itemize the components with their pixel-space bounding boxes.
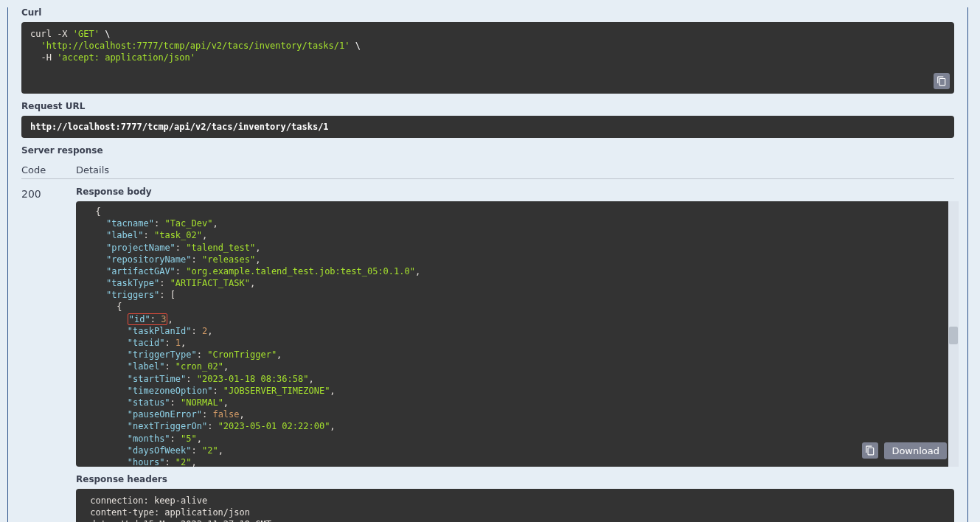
response-headers-block: connection: keep-alive content-type: app… bbox=[76, 489, 954, 522]
response-table-header: Code Details bbox=[21, 164, 954, 179]
curl-header: 'accept: application/json' bbox=[57, 52, 195, 63]
response-body-block[interactable]: { "tacname": "Tac_Dev", "label": "task_0… bbox=[76, 201, 954, 467]
status-code: 200 bbox=[21, 187, 76, 522]
server-response-label: Server response bbox=[21, 145, 954, 156]
curl-method: 'GET' bbox=[73, 29, 100, 39]
curl-block: curl -X 'GET' \ 'http://localhost:7777/t… bbox=[21, 22, 954, 94]
curl-slash1: \ bbox=[105, 29, 110, 39]
curl-flag-x: -X bbox=[57, 29, 67, 39]
response-body-scroll-thumb[interactable] bbox=[949, 327, 958, 344]
swagger-response-panel: Curl curl -X 'GET' \ 'http://localhost:7… bbox=[7, 7, 968, 522]
curl-url: 'http://localhost:7777/tcmp/api/v2/tacs/… bbox=[41, 41, 350, 51]
response-body-scrollbar[interactable] bbox=[948, 201, 959, 467]
request-url-block: http://localhost:7777/tcmp/api/v2/tacs/i… bbox=[21, 116, 954, 138]
copy-body-button[interactable] bbox=[862, 442, 878, 459]
response-row: 200 Response body { "tacname": "Tac_Dev"… bbox=[21, 187, 954, 522]
response-headers-label: Response headers bbox=[76, 474, 954, 484]
response-body-label: Response body bbox=[76, 187, 954, 197]
curl-cmd: curl bbox=[30, 29, 52, 39]
col-code-header: Code bbox=[21, 164, 76, 175]
download-button[interactable]: Download bbox=[884, 442, 947, 459]
col-details-header: Details bbox=[76, 164, 109, 175]
curl-slash2: \ bbox=[355, 41, 361, 51]
details-column: Response body { "tacname": "Tac_Dev", "l… bbox=[76, 187, 954, 522]
curl-label: Curl bbox=[21, 7, 954, 18]
curl-flag-h: -H bbox=[41, 52, 51, 63]
clipboard-icon bbox=[936, 76, 947, 86]
clipboard-icon bbox=[865, 445, 875, 456]
request-url-label: Request URL bbox=[21, 101, 954, 111]
copy-curl-button[interactable] bbox=[934, 73, 950, 89]
